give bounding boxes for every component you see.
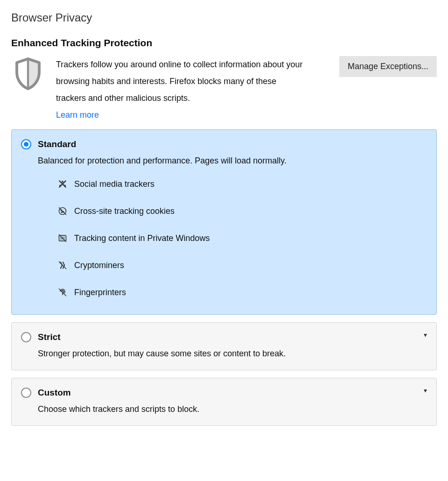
social-icon (57, 179, 68, 189)
cookie-icon (57, 206, 68, 216)
chevron-down-icon: ▾ (424, 331, 427, 339)
feature-item: Social media trackers (57, 179, 427, 189)
feature-label: Fingerprinters (74, 288, 126, 297)
manage-exceptions-button[interactable]: Manage Exceptions... (339, 56, 437, 77)
option-card-strict[interactable]: ▾ Strict Stronger protection, but may ca… (11, 322, 437, 370)
option-card-standard[interactable]: Standard Balanced for protection and per… (11, 129, 437, 315)
svg-point-6 (62, 212, 63, 213)
radio-strict[interactable] (21, 332, 31, 342)
chevron-down-icon: ▾ (424, 387, 427, 394)
feature-item: Tracking content in Private Windows (57, 233, 427, 243)
feature-label: Cross-site tracking cookies (74, 206, 175, 216)
option-header-custom[interactable]: Custom (21, 388, 427, 398)
shield-icon (11, 56, 45, 95)
option-header-strict[interactable]: Strict (21, 332, 427, 342)
feature-item: Cryptominers (57, 260, 427, 270)
standard-feature-list: Social media trackers Cross-site trackin… (57, 179, 427, 297)
option-desc-standard: Balanced for protection and performance.… (38, 156, 427, 166)
etp-intro-row: Trackers follow you around online to col… (11, 56, 437, 120)
etp-description: Trackers follow you around online to col… (56, 56, 308, 106)
section-title-etp: Enhanced Tracking Protection (11, 37, 437, 49)
option-title-strict: Strict (38, 332, 61, 342)
feature-item: Cross-site tracking cookies (57, 206, 427, 216)
crypto-icon (57, 260, 68, 270)
fingerprint-icon (57, 287, 68, 297)
svg-point-2 (64, 184, 66, 186)
svg-rect-8 (61, 237, 64, 240)
radio-custom[interactable] (21, 388, 31, 398)
page-title: Browser Privacy (11, 11, 437, 24)
option-card-custom[interactable]: ▾ Custom Choose which trackers and scrip… (11, 378, 437, 426)
option-title-custom: Custom (38, 388, 71, 398)
option-desc-custom: Choose which trackers and scripts to blo… (38, 404, 427, 414)
option-title-standard: Standard (38, 139, 76, 149)
feature-label: Social media trackers (74, 179, 154, 189)
svg-point-1 (59, 184, 61, 186)
private-icon (57, 233, 68, 243)
svg-point-0 (62, 181, 63, 183)
feature-label: Tracking content in Private Windows (74, 233, 210, 243)
feature-label: Cryptominers (74, 261, 124, 270)
radio-standard[interactable] (21, 139, 31, 149)
feature-item: Fingerprinters (57, 287, 427, 297)
option-header-standard[interactable]: Standard (21, 139, 427, 149)
option-desc-strict: Stronger protection, but may cause some … (38, 349, 427, 359)
learn-more-link[interactable]: Learn more (56, 110, 99, 120)
